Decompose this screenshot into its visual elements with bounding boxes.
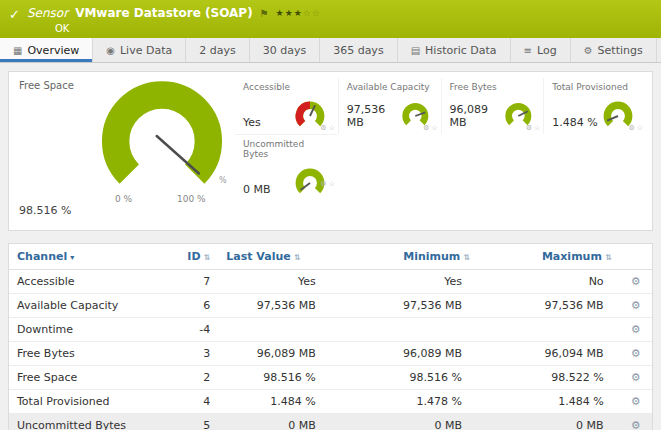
gauge-scale-max: 100 % xyxy=(177,194,206,204)
gauge-value: 96,089 MB xyxy=(450,103,501,132)
channel-id: 3 xyxy=(176,342,218,366)
table-row-total-provisioned: Total Provisioned 4 1.484 % 1.478 % 1.48… xyxy=(9,390,652,414)
gauge-settings-icon[interactable]: ⚙ xyxy=(320,180,326,188)
gauge-cell-accessible: Accessible Yes ⚙☆ xyxy=(235,78,338,134)
gauge-cell-available-capacity: Available Capacity 97,536 MB ⚙☆ xyxy=(338,78,441,134)
channel-settings-icon[interactable]: ⚙ xyxy=(631,299,641,312)
last-value: 96,089 MB xyxy=(218,342,332,366)
tab-bar: ▦ Overview ◉ Live Data 2 days 30 days 36… xyxy=(0,38,661,63)
channel-settings-icon[interactable]: ⚙ xyxy=(631,347,641,360)
maximum-value: 96,094 MB xyxy=(478,342,620,366)
maximum-value: 97,536 MB xyxy=(478,294,620,318)
channel-id: 6 xyxy=(176,294,218,318)
gauge-favorite-icon[interactable]: ☆ xyxy=(637,124,643,132)
channel-settings-icon[interactable]: ⚙ xyxy=(631,275,641,288)
column-header-actions xyxy=(620,244,652,270)
gauge-favorite-icon[interactable]: ☆ xyxy=(328,180,334,188)
table-row-downtime: Downtime -4 ⚙ xyxy=(9,318,652,342)
channel-settings-icon[interactable]: ⚙ xyxy=(631,419,641,430)
gauge-cell-total-provisioned: Total Provisioned 1.484 % ⚙☆ xyxy=(543,78,646,134)
gauge-settings-icon[interactable]: ⚙ xyxy=(628,124,634,132)
tab-overview[interactable]: ▦ Overview xyxy=(0,38,93,62)
status-check-icon: ✓ xyxy=(9,7,20,22)
minimum-value: 98.516 % xyxy=(332,366,478,390)
overview-icon: ▦ xyxy=(13,45,22,56)
gauge-favorite-icon[interactable]: ☆ xyxy=(534,124,540,132)
channel-settings-icon[interactable]: ⚙ xyxy=(631,395,641,408)
channel-name[interactable]: Downtime xyxy=(9,318,176,342)
sort-icon: ⇅ xyxy=(204,253,211,262)
gauge-label: Total Provisioned xyxy=(552,82,638,92)
maximum-value: 1.484 % xyxy=(478,390,620,414)
tab-label: 30 days xyxy=(263,44,306,57)
column-header-id[interactable]: ID⇅ xyxy=(176,244,218,270)
table-row-accessible: Accessible 7 Yes Yes No ⚙ xyxy=(9,270,652,294)
stars-empty: ☆☆ xyxy=(303,8,321,18)
channel-id: 7 xyxy=(176,270,218,294)
last-value: 0 MB xyxy=(218,414,332,430)
main-gauge-value: 98.516 % xyxy=(19,204,71,217)
column-header-channel[interactable]: Channel▾ xyxy=(9,244,176,270)
priority-stars[interactable]: ★★★☆☆ xyxy=(276,8,321,18)
minimum-value: 0 MB xyxy=(332,414,478,430)
table-header-row: Channel▾ ID⇅ Last Value⇅ Minimum⇅ Maximu… xyxy=(9,244,652,270)
channel-settings-icon[interactable]: ⚙ xyxy=(631,323,641,336)
minimum-value: 97,536 MB xyxy=(332,294,478,318)
channel-name[interactable]: Free Space xyxy=(9,366,176,390)
last-value: 1.484 % xyxy=(218,390,332,414)
gauge-favorite-icon[interactable]: ☆ xyxy=(431,124,437,132)
log-icon: ≡ xyxy=(524,45,532,56)
historic-data-icon: ▤ xyxy=(411,45,420,56)
gauge-label: Accessible xyxy=(243,82,330,92)
channel-id: 5 xyxy=(176,414,218,430)
channel-name[interactable]: Available Capacity xyxy=(9,294,176,318)
tab-label: 2 days xyxy=(199,44,235,57)
tab-label: Historic Data xyxy=(425,44,497,57)
channels-panel: Channel▾ ID⇅ Last Value⇅ Minimum⇅ Maximu… xyxy=(8,243,653,430)
sensor-header: ✓ Sensor VMware Datastore (SOAP) ⚑ ★★★☆☆… xyxy=(0,0,661,38)
maximum-value xyxy=(478,318,620,342)
tab-label: Settings xyxy=(598,44,643,57)
column-header-maximum[interactable]: Maximum⇅ xyxy=(478,244,620,270)
tab-2-days[interactable]: 2 days xyxy=(186,38,249,62)
gauge-cell-free-bytes: Free Bytes 96,089 MB ⚙☆ xyxy=(441,78,544,134)
sort-icon: ⇅ xyxy=(605,253,612,262)
minimum-value: 96,089 MB xyxy=(332,342,478,366)
tab-label: Live Data xyxy=(120,44,172,57)
gauge-value: 1.484 % xyxy=(552,116,597,132)
channel-settings-icon[interactable]: ⚙ xyxy=(631,371,641,384)
column-header-minimum[interactable]: Minimum⇅ xyxy=(332,244,478,270)
tab-365-days[interactable]: 365 days xyxy=(320,38,397,62)
last-value: Yes xyxy=(218,270,332,294)
overview-content: Free Space 0 % 100 % % 98.516 % Accessib… xyxy=(0,63,661,430)
gear-icon: ⚙ xyxy=(584,45,593,56)
free-space-gauge xyxy=(87,76,237,194)
sensor-page: ✓ Sensor VMware Datastore (SOAP) ⚑ ★★★☆☆… xyxy=(0,0,661,430)
column-header-last-value[interactable]: Last Value⇅ xyxy=(218,244,332,270)
tab-historic-data[interactable]: ▤ Historic Data xyxy=(398,38,511,62)
tab-settings[interactable]: ⚙ Settings xyxy=(571,38,657,62)
maximum-value: No xyxy=(478,270,620,294)
tab-log[interactable]: ≡ Log xyxy=(511,38,571,62)
channel-name[interactable]: Accessible xyxy=(9,270,176,294)
gauge-cell-uncommitted-bytes: Uncommitted Bytes 0 MB ⚙☆ xyxy=(235,134,338,190)
page-title: VMware Datastore (SOAP) xyxy=(75,6,252,20)
object-kind-label: Sensor xyxy=(27,6,68,20)
flag-icon[interactable]: ⚑ xyxy=(260,8,269,19)
minimum-value: 1.478 % xyxy=(332,390,478,414)
minimum-value xyxy=(332,318,478,342)
channel-id: 4 xyxy=(176,390,218,414)
tab-30-days[interactable]: 30 days xyxy=(250,38,320,62)
channel-name[interactable]: Uncommitted Bytes xyxy=(9,414,176,430)
gauge-settings-icon[interactable]: ⚙ xyxy=(320,124,326,132)
tab-live-data[interactable]: ◉ Live Data xyxy=(93,38,186,62)
maximum-value: 98.522 % xyxy=(478,366,620,390)
live-data-icon: ◉ xyxy=(106,45,115,56)
stars-filled: ★★★ xyxy=(276,8,303,18)
gauge-label: Available Capacity xyxy=(347,82,433,92)
gauge-favorite-icon[interactable]: ☆ xyxy=(328,124,334,132)
gauge-settings-icon[interactable]: ⚙ xyxy=(423,124,429,132)
channel-name[interactable]: Free Bytes xyxy=(9,342,176,366)
gauge-settings-icon[interactable]: ⚙ xyxy=(526,124,532,132)
channel-name[interactable]: Total Provisioned xyxy=(9,390,176,414)
